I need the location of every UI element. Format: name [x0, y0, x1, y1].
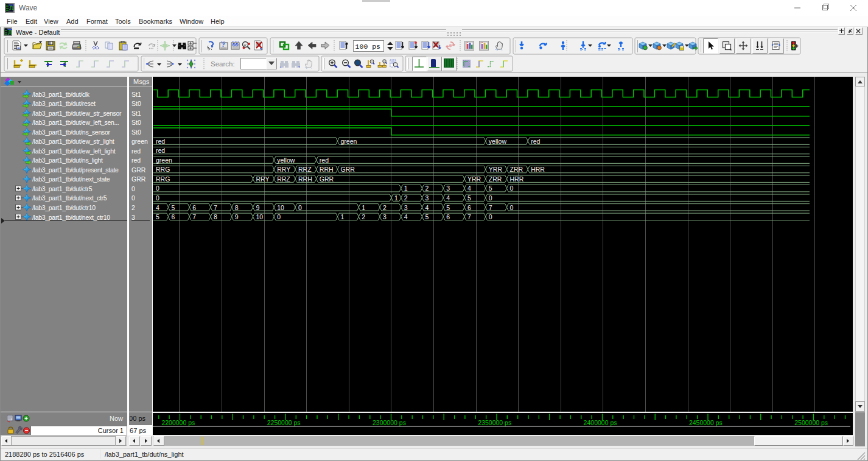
- svg-text:2: 2: [425, 185, 429, 192]
- svg-text:5: 5: [489, 185, 492, 192]
- svg-text:1: 1: [404, 185, 408, 192]
- svg-text:0: 0: [156, 185, 159, 192]
- svg-text:1: 1: [362, 204, 365, 211]
- svg-text:7: 7: [467, 213, 471, 220]
- svg-text:ZRR: ZRR: [510, 166, 523, 173]
- svg-text:YRR: YRR: [489, 166, 503, 173]
- svg-text:green: green: [341, 138, 357, 145]
- svg-text:0: 0: [510, 204, 514, 211]
- svg-text:2300000 ps: 2300000 ps: [373, 419, 406, 426]
- svg-text:GRR: GRR: [320, 175, 334, 183]
- svg-text:YRR: YRR: [467, 175, 481, 183]
- svg-text:3: 3: [446, 185, 450, 192]
- svg-text:0: 0: [489, 194, 492, 202]
- svg-text:RRG: RRG: [156, 175, 170, 183]
- svg-text:red: red: [156, 147, 165, 154]
- svg-text:0: 0: [277, 213, 281, 220]
- svg-text:7: 7: [489, 204, 492, 211]
- svg-text:10: 10: [277, 204, 284, 211]
- svg-text:RRZ: RRZ: [277, 175, 290, 183]
- svg-text:5: 5: [446, 204, 450, 211]
- svg-text:4: 4: [156, 204, 159, 211]
- svg-text:5: 5: [172, 204, 175, 211]
- svg-text:2200000 ps: 2200000 ps: [161, 419, 195, 426]
- svg-text:2350000 ps: 2350000 ps: [478, 419, 511, 426]
- svg-text:0: 0: [156, 194, 159, 202]
- svg-text:green: green: [156, 157, 172, 164]
- svg-text:2450000 ps: 2450000 ps: [689, 419, 723, 426]
- svg-text:2: 2: [362, 213, 365, 220]
- svg-text:2400000 ps: 2400000 ps: [584, 419, 617, 426]
- svg-text:6: 6: [172, 213, 175, 220]
- svg-text:5: 5: [156, 213, 159, 220]
- svg-text:3: 3: [404, 204, 408, 211]
- svg-text:1: 1: [341, 213, 345, 220]
- svg-text:2: 2: [404, 194, 408, 202]
- svg-text:4: 4: [404, 213, 408, 220]
- svg-text:8: 8: [214, 213, 217, 220]
- svg-text:4: 4: [446, 194, 450, 202]
- svg-text:RRZ: RRZ: [298, 166, 312, 173]
- svg-text:GRR: GRR: [341, 166, 355, 173]
- svg-text:5: 5: [425, 213, 429, 220]
- svg-text:7: 7: [214, 204, 217, 211]
- svg-text:1: 1: [394, 194, 398, 202]
- svg-text:4: 4: [425, 204, 429, 211]
- svg-text:yellow: yellow: [277, 157, 295, 164]
- svg-text:4: 4: [467, 185, 471, 192]
- svg-text:Search:: Search:: [211, 60, 235, 68]
- svg-text:3: 3: [425, 194, 429, 202]
- svg-text:yellow: yellow: [489, 138, 507, 145]
- svg-text:HRR: HRR: [531, 166, 545, 173]
- svg-text:red: red: [531, 138, 540, 145]
- svg-text:0: 0: [489, 213, 492, 220]
- svg-text:6: 6: [467, 204, 471, 211]
- svg-text:2: 2: [383, 204, 387, 211]
- svg-text:3: 3: [383, 213, 387, 220]
- svg-text:HRR: HRR: [510, 175, 524, 183]
- svg-text:10: 10: [256, 213, 264, 220]
- svg-text:6: 6: [192, 204, 196, 211]
- svg-text:RRH: RRH: [320, 166, 334, 173]
- svg-text:0: 0: [510, 185, 514, 192]
- svg-text:2250000 ps: 2250000 ps: [267, 419, 301, 426]
- svg-text:RRG: RRG: [156, 166, 170, 173]
- svg-text:8: 8: [235, 204, 239, 211]
- svg-text:7: 7: [192, 213, 196, 220]
- svg-text:RRH: RRH: [298, 175, 312, 183]
- svg-text:2500000 ps: 2500000 ps: [794, 419, 828, 426]
- svg-text:red: red: [156, 138, 165, 145]
- svg-text:0: 0: [298, 204, 302, 211]
- svg-text:ZRR: ZRR: [489, 175, 502, 183]
- svg-text:5: 5: [467, 194, 471, 202]
- svg-text:9: 9: [256, 204, 260, 211]
- svg-text:9: 9: [235, 213, 239, 220]
- svg-text:red: red: [320, 157, 329, 164]
- svg-text:RRY: RRY: [277, 166, 290, 173]
- svg-text:100 ps: 100 ps: [355, 43, 380, 51]
- svg-text:6: 6: [446, 213, 450, 220]
- svg-text:RRY: RRY: [256, 175, 270, 183]
